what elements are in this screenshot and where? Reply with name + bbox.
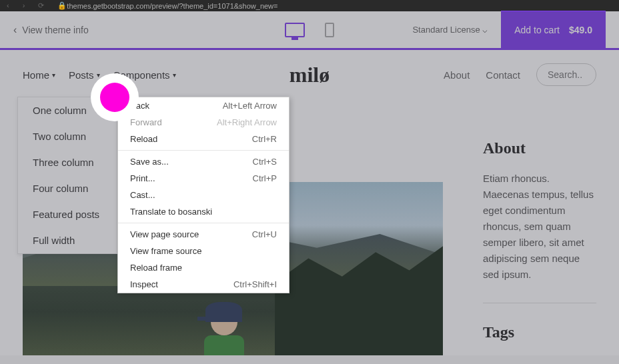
view-theme-info-link[interactable]: ‹ View theme info bbox=[13, 24, 89, 36]
context-menu-item[interactable]: Translate to bosanski bbox=[118, 203, 289, 220]
add-to-cart-label: Add to cart bbox=[514, 25, 560, 35]
browser-address-bar: ‹ › ⟳ 🔒 themes.getbootstrap.com/preview/… bbox=[0, 0, 619, 11]
context-menu-item: ForwardAlt+Right Arrow bbox=[118, 114, 289, 131]
context-menu-label: Cast... bbox=[130, 190, 155, 200]
price-label: $49.0 bbox=[569, 25, 592, 35]
context-menu-item[interactable]: BackAlt+Left Arrow bbox=[118, 97, 289, 114]
nav-components[interactable]: Components▾ bbox=[113, 69, 176, 81]
cursor-highlight-marker bbox=[100, 83, 129, 112]
nav-home[interactable]: Home▾ bbox=[23, 69, 55, 81]
dropdown-item-three-column[interactable]: Three column bbox=[18, 149, 117, 175]
site-navigation: Home▾ Posts▾ Components▾ milø About Cont… bbox=[0, 50, 619, 99]
dropdown-item-four-column[interactable]: Four column bbox=[18, 175, 117, 201]
context-menu-label: Reload frame bbox=[130, 263, 182, 273]
dropdown-item-two-column[interactable]: Two column bbox=[18, 123, 117, 149]
context-menu-shortcut: Alt+Right Arrow bbox=[217, 117, 277, 127]
tags-heading: Tags bbox=[483, 323, 596, 341]
theme-toolbar: ‹ View theme info Standard License ⌵ Add… bbox=[0, 11, 619, 50]
context-menu-label: View page source bbox=[130, 229, 199, 239]
context-menu-label: Reload bbox=[130, 134, 157, 144]
url-text[interactable]: themes.getbootstrap.com/preview/?theme_i… bbox=[67, 2, 277, 10]
context-menu-label: Print... bbox=[130, 173, 155, 183]
chevron-down-icon: ⌵ bbox=[482, 25, 488, 35]
browser-context-menu: BackAlt+Left ArrowForwardAlt+Right Arrow… bbox=[117, 97, 289, 293]
context-menu-label: Forward bbox=[130, 117, 162, 127]
context-menu-divider bbox=[118, 150, 289, 151]
chevron-left-icon: ‹ bbox=[13, 24, 17, 36]
context-menu-shortcut: Ctrl+R bbox=[252, 134, 277, 144]
context-menu-item[interactable]: InspectCtrl+Shift+I bbox=[118, 276, 289, 293]
mobile-preview-icon[interactable] bbox=[325, 23, 334, 37]
about-heading: About bbox=[483, 139, 596, 157]
view-theme-label: View theme info bbox=[22, 25, 88, 35]
context-menu-item[interactable]: View frame source bbox=[118, 243, 289, 259]
add-to-cart-button[interactable]: Add to cart $49.0 bbox=[501, 11, 606, 49]
caret-down-icon: ▾ bbox=[52, 71, 55, 79]
context-menu-label: Translate to bosanski bbox=[130, 207, 212, 217]
home-dropdown-menu: One column Two column Three column Four … bbox=[17, 97, 117, 254]
context-menu-item[interactable]: ReloadCtrl+R bbox=[118, 131, 289, 147]
context-menu-shortcut: Ctrl+Shift+I bbox=[233, 279, 277, 289]
context-menu-item[interactable]: View page sourceCtrl+U bbox=[118, 226, 289, 243]
about-text: Etiam rhoncus. Maecenas tempus, tellus e… bbox=[483, 171, 596, 283]
back-icon[interactable]: ‹ bbox=[7, 1, 9, 10]
context-menu-divider bbox=[118, 223, 289, 223]
context-menu-item[interactable]: Print...Ctrl+P bbox=[118, 170, 289, 187]
forward-icon[interactable]: › bbox=[23, 1, 25, 10]
desktop-preview-icon[interactable] bbox=[285, 23, 305, 37]
context-menu-shortcut: Alt+Left Arrow bbox=[223, 101, 277, 111]
reload-icon[interactable]: ⟳ bbox=[38, 1, 44, 10]
dropdown-item-full-width[interactable]: Full width bbox=[18, 227, 117, 253]
context-menu-shortcut: Ctrl+P bbox=[253, 173, 277, 183]
caret-down-icon: ▾ bbox=[173, 71, 176, 79]
site-logo[interactable]: milø bbox=[289, 63, 330, 87]
search-input[interactable] bbox=[536, 63, 596, 86]
nav-posts[interactable]: Posts▾ bbox=[69, 69, 100, 81]
context-menu-label: Back bbox=[130, 101, 149, 111]
context-menu-shortcut: Ctrl+S bbox=[253, 157, 277, 167]
context-menu-label: View frame source bbox=[130, 246, 201, 256]
sidebar: About Etiam rhoncus. Maecenas tempus, te… bbox=[483, 126, 596, 355]
nav-about[interactable]: About bbox=[444, 69, 470, 81]
context-menu-label: Inspect bbox=[130, 279, 158, 289]
lock-icon: 🔒 bbox=[57, 1, 67, 10]
caret-down-icon: ▾ bbox=[97, 71, 100, 79]
context-menu-item[interactable]: Cast... bbox=[118, 187, 289, 203]
sidebar-divider bbox=[483, 303, 596, 303]
context-menu-label: Save as... bbox=[130, 157, 169, 167]
context-menu-shortcut: Ctrl+U bbox=[252, 229, 277, 239]
dropdown-item-featured-posts[interactable]: Featured posts bbox=[18, 201, 117, 227]
license-dropdown[interactable]: Standard License ⌵ bbox=[412, 25, 488, 35]
context-menu-item[interactable]: Reload frame bbox=[118, 259, 289, 276]
context-menu-item[interactable]: Save as...Ctrl+S bbox=[118, 153, 289, 170]
nav-contact[interactable]: Contact bbox=[486, 69, 520, 81]
